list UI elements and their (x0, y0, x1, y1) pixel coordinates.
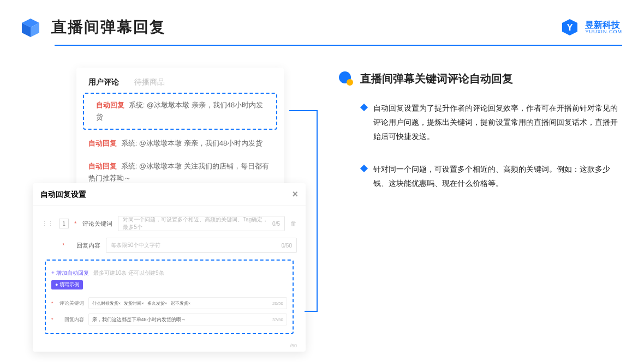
chat-bubble-icon (338, 71, 354, 86)
diamond-icon (360, 104, 368, 111)
highlighted-comment: 自动回复 系统: @冰墩墩本墩 亲亲，我们48小时内发货 (83, 93, 277, 130)
tab-pending-products[interactable]: 待播商品 (134, 77, 165, 87)
bullet-item: 针对同一个问题，可设置多个相近的、高频的关键词。例如：这款多少钱、这块能优惠吗、… (338, 162, 622, 191)
cube-icon (20, 16, 41, 38)
keyword-row: ⋮⋮ 1 * 评论关键词 对同一个问题，可设置多个相近、高频的关键词。Tag确定… (41, 216, 297, 231)
section-title: 直播间弹幕关键词评论自动回复 (360, 71, 513, 86)
comment-row: 自动回复 系统: @冰墩墩本墩 亲亲，我们48小时内发货 (84, 94, 276, 129)
drag-handle-icon[interactable]: ⋮⋮ (41, 220, 53, 227)
explanation-panel: 直播间弹幕关键词评论自动回复 自动回复设置为了提升作者的评论回复效率，作者可在开… (338, 68, 622, 329)
brand-logo: Y 昱新科技 YUUXIN.COM (560, 17, 622, 37)
brand-name-cn: 昱新科技 (585, 21, 622, 29)
auto-reply-settings-panel: 自动回复设置 × ⋮⋮ 1 * 评论关键词 对同一个问题，可设置多个相近、高频的… (33, 183, 306, 352)
page-header: 直播间弹幕回复 Y 昱新科技 YUUXIN.COM (0, 0, 644, 45)
left-screenshot-area: 用户评论 待播商品 自动回复 系统: @冰墩墩本墩 亲亲，我们48小时内发货 自… (33, 68, 317, 329)
connector-line (289, 110, 318, 111)
comment-row: 自动回复 系统: @冰墩墩本墩 亲亲，我们48小时内发货 (76, 132, 284, 155)
auto-reply-tag: 自动回复 (88, 139, 117, 147)
example-keyword-input[interactable]: 什么时候发货× 发货时间× 多久发货× 迟不发货× 20/50 (88, 297, 287, 309)
delete-icon[interactable]: 🗑 (290, 220, 297, 227)
bullet-item: 自动回复设置为了提升作者的评论回复效率，作者可在开播前针对常见的评论用户问题，提… (338, 101, 622, 144)
svg-point-5 (347, 79, 353, 86)
auto-reply-tag: 自动回复 (88, 162, 117, 170)
comments-panel: 用户评论 待播商品 自动回复 系统: @冰墩墩本墩 亲亲，我们48小时内发货 自… (76, 68, 284, 202)
diamond-icon (360, 165, 368, 172)
tab-user-comments[interactable]: 用户评论 (88, 77, 119, 87)
example-badge: ● 填写示例 (51, 280, 83, 289)
header-left: 直播间弹幕回复 (20, 16, 166, 38)
svg-text:Y: Y (567, 23, 573, 32)
example-content-input[interactable]: 亲，我们这边都是下单48小时内发货的哦～ 37/50 (88, 313, 287, 325)
bottom-counter: /50 (290, 343, 297, 348)
example-highlight-box: + 增加自动回复 最多可建10条 还可以创建9条 ● 填写示例 * 评论关键词 … (45, 260, 294, 334)
brand-name-en: YUUXIN.COM (585, 29, 622, 34)
add-auto-reply-link[interactable]: + 增加自动回复 (51, 270, 89, 276)
required-mark: * (62, 242, 64, 249)
content-input[interactable]: 每条限50个中文字符 0/50 (106, 238, 297, 253)
content-label: 回复内容 (70, 242, 100, 250)
connector-line (317, 110, 318, 312)
auto-reply-tag: 自动回复 (96, 101, 124, 109)
content-row: * 回复内容 每条限50个中文字符 0/50 (41, 238, 297, 253)
keyword-input[interactable]: 对同一个问题，可设置多个相近、高频的关键词。Tag确定，最多5个 0/5 (118, 216, 285, 231)
required-mark: * (74, 220, 76, 227)
keyword-label: 评论关键词 (82, 220, 112, 228)
close-icon[interactable]: × (292, 189, 298, 200)
connector-line (305, 311, 318, 312)
add-hint: 最多可建10条 还可以创建9条 (93, 270, 164, 276)
example-content-row: * 回复内容 亲，我们这边都是下单48小时内发货的哦～ 37/50 (51, 313, 287, 325)
brand-logo-icon: Y (560, 17, 580, 37)
row-number: 1 (59, 219, 69, 228)
settings-title: 自动回复设置 (40, 190, 86, 200)
example-keyword-row: * 评论关键词 什么时候发货× 发货时间× 多久发货× 迟不发货× 20/50 (51, 297, 287, 309)
page-title: 直播间弹幕回复 (51, 17, 166, 38)
